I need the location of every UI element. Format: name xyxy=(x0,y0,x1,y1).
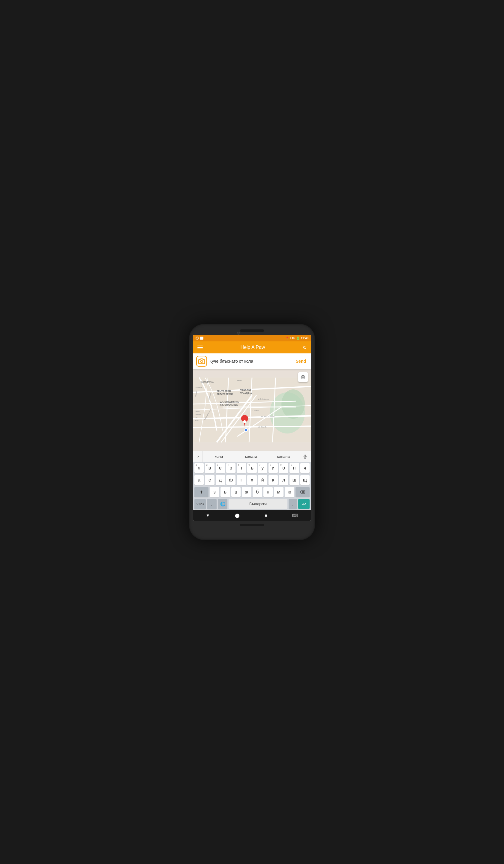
key-ch[interactable]: ч xyxy=(300,463,310,473)
status-right: 📍 LTE 🔋 11:49 xyxy=(285,337,309,340)
key-sh[interactable]: ш xyxy=(289,475,299,485)
keyboard-row-1: 1я 2в 3е 4р 5т 6ъ 7у 8и 9о 0п ч xyxy=(193,462,311,474)
top-speaker xyxy=(240,329,264,332)
search-text[interactable]: Куче блъснато от кола xyxy=(209,359,291,363)
svg-text:Ж.К. СТРЕЛБИЩЕ: Ж.К. СТРЕЛБИЩЕ xyxy=(219,404,238,406)
phone-screen: 📍 LTE 🔋 11:49 Help A Paw ↻ xyxy=(193,335,311,521)
num-sym-key[interactable]: ?123 xyxy=(194,499,206,509)
keyboard-toggle-button[interactable]: ⌨ xyxy=(292,513,298,518)
back-button[interactable]: ▼ xyxy=(206,513,210,518)
search-bar: Куче блъснато от кола Send xyxy=(193,353,311,369)
svg-point-39 xyxy=(302,376,304,378)
svg-point-3 xyxy=(281,389,305,419)
map-container[interactable]: ХИПОДРУМА Bulair Kyustendil BELITE BREZI… xyxy=(193,369,311,451)
keyboard-bottom-row: ?123 , 🌐 Български . ↩ xyxy=(193,498,311,510)
globe-key[interactable]: 🌐 xyxy=(218,499,227,509)
camera-icon xyxy=(198,358,205,364)
sim-icon xyxy=(200,337,203,339)
phone-frame: 📍 LTE 🔋 11:49 Help A Paw ↻ xyxy=(189,324,315,540)
menu-button[interactable] xyxy=(197,346,203,349)
hamburger-line-1 xyxy=(197,346,203,346)
enter-key[interactable]: ↩ xyxy=(298,499,310,509)
key-ts[interactable]: ц xyxy=(231,487,241,497)
camera-button[interactable] xyxy=(196,356,207,367)
key-yeru[interactable]: 6ъ xyxy=(247,463,256,473)
period-key[interactable]: . xyxy=(289,499,297,509)
space-key[interactable]: Български xyxy=(229,499,287,509)
svg-text:БЕЛИТЕ БРЕЗИ: БЕЛИТЕ БРЕЗИ xyxy=(217,393,232,395)
key-a[interactable]: а xyxy=(194,475,204,485)
key-b[interactable]: б xyxy=(253,487,262,497)
signal-label: LTE xyxy=(290,337,295,340)
recent-button[interactable]: ■ xyxy=(265,513,267,518)
key-t[interactable]: 5т xyxy=(237,463,246,473)
svg-text:bul. Gotse D...: bul. Gotse D... xyxy=(258,426,267,428)
autocomplete-bar: > кола колата колана xyxy=(193,451,311,462)
key-f[interactable]: ф xyxy=(226,475,236,485)
home-button[interactable]: ⬤ xyxy=(235,513,240,518)
svg-text:КРАСНО: КРАСНО xyxy=(195,414,201,416)
key-ya[interactable]: 1я xyxy=(194,463,204,473)
key-h[interactable]: х xyxy=(247,475,256,485)
hamburger-line-3 xyxy=(197,349,203,349)
svg-text:BELITE BREZI: BELITE BREZI xyxy=(217,390,231,392)
key-g[interactable]: г xyxy=(237,475,246,485)
key-r[interactable]: 4р xyxy=(226,463,236,473)
key-d[interactable]: д xyxy=(216,475,225,485)
bottom-speaker xyxy=(193,524,311,526)
svg-point-32 xyxy=(243,420,246,423)
autocomplete-option-3[interactable]: колана xyxy=(267,451,299,462)
key-yu[interactable]: ю xyxy=(285,487,294,497)
status-bar: 📍 LTE 🔋 11:49 xyxy=(193,335,311,341)
key-i[interactable]: 8и xyxy=(268,463,278,473)
autocomplete-option-1[interactable]: кола xyxy=(203,451,235,462)
autocomplete-expand[interactable]: > xyxy=(193,451,203,462)
crosshair-icon xyxy=(300,374,306,380)
autocomplete-option-2[interactable]: колата xyxy=(235,451,267,462)
backspace-key[interactable]: ⌫ xyxy=(296,487,310,497)
keyboard-row-3: ⬆ з ь ц ж б н м ю ⌫ xyxy=(193,486,311,498)
refresh-button[interactable]: ↻ xyxy=(303,345,307,350)
svg-text:РОВО: РОВО xyxy=(195,420,199,421)
send-button[interactable]: Send xyxy=(294,358,308,365)
key-k[interactable]: к xyxy=(268,475,278,485)
shift-key[interactable]: ⬆ xyxy=(194,487,208,497)
status-left xyxy=(195,337,203,339)
navigation-bar: ▼ ⬤ ■ ⌨ xyxy=(193,510,311,521)
key-ve[interactable]: 2в xyxy=(205,463,214,473)
emoji-key[interactable]: , xyxy=(207,499,217,509)
key-z[interactable]: з xyxy=(210,487,219,497)
key-p[interactable]: 0п xyxy=(289,463,299,473)
key-ye[interactable]: 3е xyxy=(216,463,225,473)
key-n[interactable]: н xyxy=(263,487,273,497)
location-button[interactable] xyxy=(298,372,308,382)
svg-text:Bulair: Bulair xyxy=(237,380,242,381)
key-soft-sign[interactable]: ь xyxy=(220,487,230,497)
svg-text:ul. Nishava: ul. Nishava xyxy=(252,410,259,411)
front-camera xyxy=(237,332,240,335)
key-m[interactable]: м xyxy=(274,487,284,497)
notification-icon xyxy=(195,337,199,339)
search-input-text: Куче блъснато от кола xyxy=(209,359,253,363)
time-label: 11:49 xyxy=(301,337,309,340)
mic-button[interactable] xyxy=(299,451,311,462)
key-u[interactable]: 7у xyxy=(258,463,267,473)
key-s[interactable]: с xyxy=(205,475,214,485)
key-zh[interactable]: ж xyxy=(242,487,251,497)
keyboard-row-2: а с д ф г х й к л ш щ xyxy=(193,474,311,486)
svg-text:- КВ.: - КВ. xyxy=(195,417,198,419)
svg-text:Kyustendil: Kyustendil xyxy=(195,387,203,388)
svg-text:КРОВО: КРОВО xyxy=(195,411,200,412)
keyboard: 1я 2в 3е 4р 5т 6ъ 7у 8и 9о 0п ч а с д ф … xyxy=(193,462,311,510)
key-l[interactable]: л xyxy=(279,475,288,485)
key-o[interactable]: 9о xyxy=(279,463,288,473)
autocomplete-options: кола колата колана xyxy=(203,451,299,462)
mic-icon xyxy=(303,454,308,459)
svg-text:bul. Petko Y. Todorov: bul. Petko Y. Todorov xyxy=(261,416,275,418)
key-j[interactable]: й xyxy=(258,475,267,485)
app-bar: Help A Paw ↻ xyxy=(193,341,311,353)
hamburger-line-2 xyxy=(197,347,203,348)
key-shch[interactable]: щ xyxy=(300,475,310,485)
svg-text:TRIADITSA: TRIADITSA xyxy=(240,389,251,391)
map-svg: ХИПОДРУМА Bulair Kyustendil BELITE BREZI… xyxy=(193,369,311,451)
